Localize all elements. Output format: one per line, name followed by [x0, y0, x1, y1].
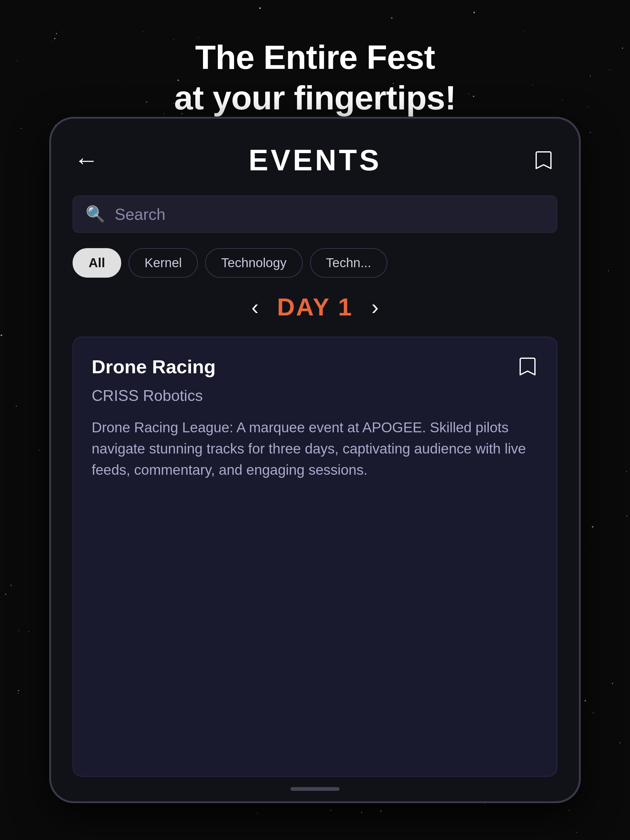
chip-technology[interactable]: Technology — [205, 248, 302, 278]
back-arrow-icon: ← — [74, 148, 99, 172]
bookmark-icon — [535, 151, 552, 170]
bookmark-card-button[interactable] — [517, 356, 538, 377]
prev-day-button[interactable]: ‹ — [251, 295, 258, 319]
chip-kernel[interactable]: Kernel — [128, 248, 198, 278]
card-header: Drone Racing — [92, 356, 538, 377]
next-day-button[interactable]: › — [371, 295, 378, 319]
app-content: ← EVENTS 🔍 Search All Kernel Technology — [51, 119, 579, 777]
search-icon: 🔍 — [85, 205, 106, 224]
current-day-label: DAY 1 — [277, 293, 353, 321]
back-button[interactable]: ← — [73, 146, 100, 174]
tablet-frame: ← EVENTS 🔍 Search All Kernel Technology — [49, 117, 581, 803]
bookmark-header-button[interactable] — [530, 146, 557, 174]
filter-chips: All Kernel Technology Techn... — [73, 248, 557, 278]
event-title: Drone Racing — [92, 356, 216, 377]
event-organizer: CRISS Robotics — [92, 387, 538, 405]
hero-title: The Entire Fest at your fingertips! — [0, 37, 630, 118]
day-navigator: ‹ DAY 1 › — [73, 293, 557, 321]
chip-all[interactable]: All — [73, 248, 121, 278]
hero-section: The Entire Fest at your fingertips! — [0, 37, 630, 118]
home-pill — [290, 787, 340, 791]
search-input[interactable]: Search — [115, 205, 545, 224]
event-card[interactable]: Drone Racing CRISS Robotics Drone Racing… — [73, 337, 557, 777]
tablet-screen: ← EVENTS 🔍 Search All Kernel Technology — [51, 119, 579, 801]
event-description: Drone Racing League: A marquee event at … — [92, 417, 538, 481]
page-title: EVENTS — [249, 143, 381, 177]
home-indicator — [51, 777, 579, 801]
bookmark-card-icon — [519, 357, 535, 376]
search-bar[interactable]: 🔍 Search — [73, 196, 557, 233]
chip-techn[interactable]: Techn... — [310, 248, 387, 278]
app-header: ← EVENTS — [73, 143, 557, 177]
